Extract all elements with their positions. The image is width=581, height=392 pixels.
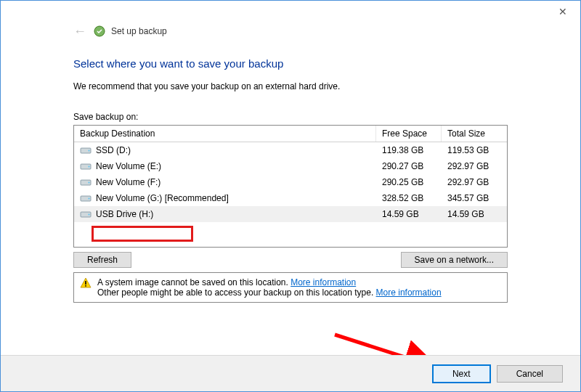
- svg-point-4: [89, 166, 90, 168]
- col-free-header[interactable]: Free Space: [376, 126, 442, 142]
- drive-total-cell: 14.59 GB: [442, 208, 507, 221]
- drive-name: New Volume (G:) [Recommended]: [96, 193, 229, 203]
- recommend-text: We recommend that you save your backup o…: [73, 81, 508, 91]
- more-info-link-2[interactable]: More information: [376, 287, 442, 298]
- drive-table: Backup Destination Free Space Total Size…: [73, 125, 508, 248]
- drive-name: SSD (D:): [96, 145, 131, 155]
- drive-total-cell: 292.97 GB: [442, 176, 507, 189]
- warning-box: A system image cannot be saved on this l…: [73, 272, 508, 303]
- table-header: Backup Destination Free Space Total Size: [74, 126, 507, 142]
- table-row[interactable]: New Volume (E:)290.27 GB292.97 GB: [74, 158, 507, 174]
- col-total-header[interactable]: Total Size: [442, 126, 507, 142]
- drive-dest-cell: New Volume (E:): [74, 160, 376, 173]
- svg-rect-11: [85, 281, 86, 285]
- list-label: Save backup on:: [73, 112, 508, 122]
- svg-point-6: [89, 182, 90, 184]
- next-button[interactable]: Next: [432, 364, 491, 383]
- col-dest-header[interactable]: Backup Destination: [74, 126, 376, 142]
- drive-name: New Volume (E:): [96, 161, 161, 171]
- page-title: Set up backup: [111, 26, 167, 36]
- svg-point-8: [89, 198, 90, 200]
- drive-free-cell: 119.38 GB: [376, 144, 442, 157]
- refresh-button[interactable]: Refresh: [73, 252, 131, 268]
- drive-dest-cell: New Volume (G:) [Recommended]: [74, 192, 376, 205]
- warning-icon: [80, 277, 92, 289]
- drive-total-cell: 119.53 GB: [442, 144, 507, 157]
- back-arrow-icon: ←: [73, 24, 86, 39]
- drive-icon: [80, 146, 92, 155]
- backup-app-icon: [94, 25, 105, 37]
- table-row[interactable]: USB Drive (H:)14.59 GB14.59 GB: [74, 206, 507, 222]
- drive-icon: [80, 162, 92, 171]
- drive-dest-cell: USB Drive (H:): [74, 208, 376, 221]
- save-on-network-button[interactable]: Save on a network...: [401, 252, 508, 268]
- drive-dest-cell: New Volume (F:): [74, 176, 376, 189]
- drive-dest-cell: SSD (D:): [74, 144, 376, 157]
- drive-icon: [80, 210, 92, 219]
- drive-free-cell: 14.59 GB: [376, 208, 442, 221]
- drive-name: New Volume (F:): [96, 177, 161, 187]
- svg-point-2: [89, 150, 90, 152]
- more-info-link-1[interactable]: More information: [290, 277, 356, 287]
- cancel-button[interactable]: Cancel: [497, 365, 563, 383]
- footer: Next Cancel: [1, 355, 580, 391]
- svg-point-10: [89, 214, 90, 216]
- table-row[interactable]: SSD (D:)119.38 GB119.53 GB: [74, 142, 507, 158]
- heading: Select where you want to save your backu…: [73, 57, 508, 70]
- close-icon[interactable]: ✕: [548, 1, 577, 22]
- warning-line-2: Other people might be able to access you…: [97, 287, 442, 298]
- warning-line-1: A system image cannot be saved on this l…: [97, 277, 442, 287]
- table-row[interactable]: New Volume (G:) [Recommended]328.52 GB34…: [74, 190, 507, 206]
- drive-icon: [80, 194, 92, 203]
- drive-total-cell: 345.57 GB: [442, 192, 507, 205]
- drive-free-cell: 328.52 GB: [376, 192, 442, 205]
- table-row[interactable]: New Volume (F:)290.25 GB292.97 GB: [74, 174, 507, 190]
- drive-icon: [80, 178, 92, 187]
- drive-total-cell: 292.97 GB: [442, 160, 507, 173]
- drive-free-cell: 290.25 GB: [376, 176, 442, 189]
- svg-rect-12: [85, 285, 86, 287]
- drive-free-cell: 290.27 GB: [376, 160, 442, 173]
- drive-name: USB Drive (H:): [96, 209, 153, 219]
